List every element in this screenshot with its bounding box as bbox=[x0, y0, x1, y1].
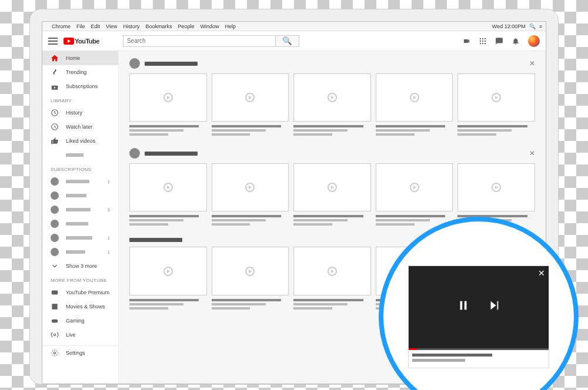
youtube-logo[interactable]: YouTube bbox=[64, 38, 99, 45]
gaming-icon bbox=[51, 317, 59, 325]
menu-history[interactable]: History bbox=[123, 23, 139, 29]
menu-view[interactable]: View bbox=[106, 23, 117, 29]
video-card[interactable] bbox=[457, 73, 535, 137]
bell-icon[interactable] bbox=[512, 37, 520, 45]
menu-file[interactable]: File bbox=[76, 23, 85, 29]
mini-player-video[interactable]: ✕ bbox=[409, 266, 549, 348]
sidebar-label: History bbox=[66, 110, 82, 116]
apps-icon[interactable] bbox=[479, 37, 487, 45]
pause-icon[interactable] bbox=[457, 299, 470, 315]
video-card[interactable] bbox=[293, 247, 371, 311]
play-icon bbox=[492, 183, 501, 192]
video-thumbnail[interactable] bbox=[212, 163, 289, 211]
fire-icon bbox=[51, 68, 59, 76]
sidebar-sub-channel[interactable] bbox=[42, 217, 118, 231]
sidebar-item-liked[interactable]: Liked videos bbox=[42, 134, 118, 148]
mini-player-meta bbox=[409, 350, 549, 368]
video-meta-placeholder bbox=[457, 125, 535, 136]
video-card[interactable] bbox=[129, 73, 207, 137]
search-input[interactable] bbox=[123, 35, 276, 47]
sidebar-label: Live bbox=[66, 332, 76, 338]
svg-point-7 bbox=[482, 42, 483, 43]
video-thumbnail[interactable] bbox=[293, 163, 371, 211]
messages-icon[interactable] bbox=[495, 37, 503, 45]
sidebar-item-trending[interactable]: Trending bbox=[42, 65, 118, 79]
menu-bookmarks[interactable]: Bookmarks bbox=[145, 23, 172, 29]
menu-help[interactable]: Help bbox=[225, 23, 236, 29]
sidebar-label: YouTube Premium bbox=[66, 290, 109, 295]
video-thumbnail[interactable] bbox=[457, 73, 535, 122]
channel-avatar-icon[interactable] bbox=[129, 58, 140, 69]
video-thumbnail[interactable] bbox=[457, 163, 535, 211]
menu-chrome[interactable]: Chrome bbox=[52, 23, 71, 29]
sidebar-item-watch-later[interactable]: Watch later bbox=[42, 120, 118, 134]
video-card[interactable] bbox=[212, 247, 289, 311]
mini-player-close-icon[interactable]: ✕ bbox=[538, 268, 545, 278]
menu-edit[interactable]: Edit bbox=[91, 23, 101, 29]
channel-avatar-icon[interactable] bbox=[129, 148, 140, 159]
video-card[interactable] bbox=[293, 73, 371, 137]
sidebar-item-settings[interactable]: Settings bbox=[42, 346, 118, 360]
menubar-list-icon[interactable]: ≡ bbox=[539, 23, 542, 29]
video-thumbnail[interactable] bbox=[376, 73, 453, 122]
sidebar-item-live[interactable]: Live bbox=[42, 328, 118, 342]
user-avatar[interactable] bbox=[528, 35, 540, 47]
video-thumbnail[interactable] bbox=[129, 73, 207, 122]
video-card[interactable] bbox=[376, 73, 453, 137]
sidebar-sub-channel[interactable]: 1 bbox=[42, 245, 118, 259]
video-thumbnail[interactable] bbox=[129, 247, 207, 295]
video-thumbnail[interactable] bbox=[293, 73, 371, 122]
menu-people[interactable]: People bbox=[178, 23, 194, 29]
hamburger-icon[interactable] bbox=[48, 38, 58, 45]
sidebar-item-movies[interactable]: Movies & Shows bbox=[42, 300, 118, 314]
channel-avatar-icon bbox=[51, 206, 59, 214]
video-thumbnail[interactable] bbox=[129, 163, 207, 211]
next-track-icon[interactable] bbox=[487, 299, 500, 315]
sidebar-show-more[interactable]: Show 3 more bbox=[42, 259, 118, 273]
sidebar-sub-channel[interactable]: 3 bbox=[42, 203, 118, 217]
sidebar-sub-channel[interactable] bbox=[42, 189, 118, 203]
video-meta-placeholder bbox=[212, 125, 289, 136]
channel-avatar-icon bbox=[51, 191, 59, 200]
shelf-close-icon[interactable]: ✕ bbox=[529, 59, 535, 68]
home-icon bbox=[51, 54, 59, 62]
video-thumbnail[interactable] bbox=[212, 247, 289, 295]
play-icon bbox=[328, 183, 337, 192]
video-thumbnail[interactable] bbox=[376, 163, 453, 211]
sidebar-item-history[interactable]: History bbox=[42, 106, 118, 120]
sidebar-sub-channel[interactable]: 1 bbox=[42, 231, 118, 245]
sidebar-item-premium[interactable]: YouTube Premium bbox=[42, 285, 118, 300]
svg-point-0 bbox=[480, 38, 481, 39]
placeholder bbox=[412, 354, 492, 357]
placeholder bbox=[66, 250, 85, 254]
menubar-clock: Wed 12:00PM bbox=[492, 23, 526, 29]
sidebar-sub-channel[interactable]: 1 bbox=[42, 174, 118, 189]
video-card[interactable] bbox=[129, 163, 207, 227]
sidebar-label: Liked videos bbox=[66, 138, 95, 144]
mini-player[interactable]: ✕ bbox=[408, 265, 549, 368]
sidebar-item-gaming[interactable]: Gaming bbox=[42, 314, 118, 328]
create-video-icon[interactable] bbox=[462, 37, 470, 45]
svg-point-14 bbox=[54, 352, 56, 354]
menu-window[interactable]: Window bbox=[200, 23, 219, 29]
search-button[interactable]: 🔍 bbox=[276, 35, 299, 47]
video-card[interactable] bbox=[129, 247, 207, 311]
sidebar-item-subscriptions[interactable]: Subscriptions bbox=[42, 79, 118, 93]
video-card[interactable] bbox=[376, 163, 453, 227]
macos-menubar: Chrome File Edit View History Bookmarks … bbox=[42, 22, 546, 31]
card-row bbox=[129, 73, 535, 137]
youtube-icon bbox=[51, 288, 59, 297]
sidebar-item-home[interactable]: Home bbox=[42, 51, 118, 65]
sidebar-item-playlist[interactable] bbox=[42, 148, 118, 162]
video-thumbnail[interactable] bbox=[293, 247, 371, 295]
shelf-close-icon[interactable]: ✕ bbox=[529, 149, 535, 157]
spotlight-icon[interactable]: 🔍 bbox=[529, 23, 536, 29]
clock-icon bbox=[51, 123, 59, 131]
video-thumbnail[interactable] bbox=[212, 73, 289, 122]
svg-rect-16 bbox=[465, 301, 467, 310]
video-card[interactable] bbox=[212, 163, 289, 227]
video-card[interactable] bbox=[293, 163, 371, 227]
play-icon bbox=[163, 183, 173, 192]
channel-avatar-icon bbox=[51, 220, 59, 228]
video-card[interactable] bbox=[212, 73, 289, 137]
